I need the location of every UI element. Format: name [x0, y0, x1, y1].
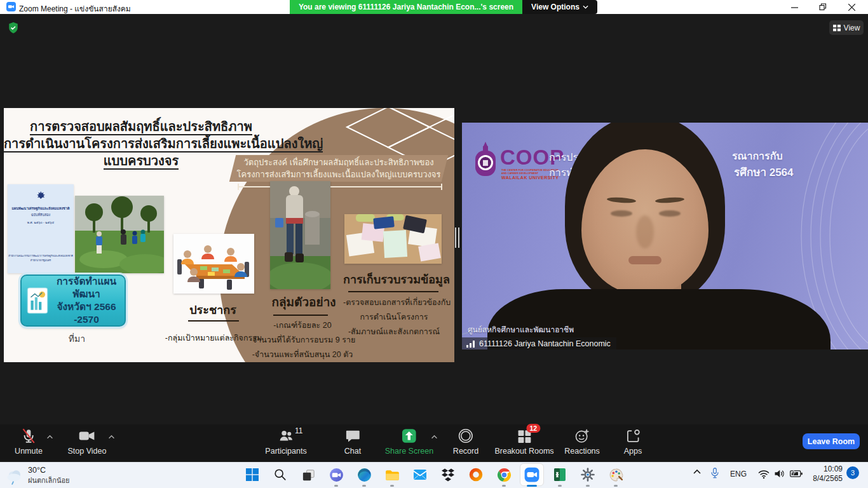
zoom-app-icon	[6, 2, 16, 11]
edge-browser-icon[interactable]	[353, 464, 375, 485]
window-title: Zoom Meeting - แข่งขันสายสังคม	[19, 3, 131, 15]
panel-divider-handle[interactable]	[455, 227, 460, 248]
chat-button[interactable]: Chat	[344, 428, 361, 456]
paint-icon[interactable]	[605, 464, 627, 485]
document-chart-icon	[27, 287, 48, 314]
signal-bars-icon	[466, 340, 475, 348]
record-button[interactable]: Record	[453, 428, 478, 456]
participants-button[interactable]: 11 Participants	[265, 428, 306, 456]
zoom-taskbar-icon[interactable]	[521, 464, 543, 485]
banner-thai-right-2: รศึกษา 2564	[734, 163, 794, 180]
start-button[interactable]	[241, 464, 263, 485]
video-options-caret[interactable]	[108, 430, 115, 442]
population-title: ประชากร	[181, 301, 245, 319]
file-explorer-icon[interactable]	[381, 464, 403, 485]
zoom-meeting-window: Zoom Meeting - แข่งขันสายสังคม You are v…	[0, 0, 868, 488]
leave-room-button[interactable]: Leave Room	[803, 433, 860, 449]
share-screen-icon	[401, 428, 417, 444]
close-button[interactable]	[842, 0, 861, 14]
tray-speaker-icon[interactable]	[773, 468, 785, 479]
source-label: ที่มา	[42, 332, 112, 346]
breakout-rooms-icon: 12	[516, 428, 532, 444]
plan-development-box: การจัดทำแผนพัฒนา จังหวัดฯ 2566 -2570	[20, 274, 126, 327]
zoom-active-indicator	[527, 485, 537, 487]
participant-name-tag: 61111126 Jariya Nantachin Economic	[462, 337, 616, 349]
microphone-muted-icon	[20, 428, 37, 444]
plan-box-text: การจัดทำแผนพัฒนา จังหวัดฯ 2566 -2570	[53, 275, 119, 326]
tray-wifi-icon[interactable]	[757, 469, 770, 479]
weather-desc: ฝนตกเล็กน้อย	[28, 475, 70, 486]
security-shield-icon[interactable]	[8, 22, 19, 37]
tray-date: 8/4/2565	[802, 474, 843, 484]
participants-icon: 11	[278, 428, 294, 444]
grid-icon	[833, 24, 841, 32]
reactions-button[interactable]: Reactions	[564, 428, 600, 456]
chrome-icon[interactable]	[493, 464, 515, 485]
share-options-caret[interactable]	[431, 430, 438, 442]
title-bar: Zoom Meeting - แข่งขันสายสังคม You are v…	[0, 0, 868, 14]
settings-gear-icon[interactable]	[577, 464, 599, 485]
record-icon	[458, 428, 474, 444]
reactions-smiley-icon	[574, 428, 590, 444]
view-layout-button[interactable]: View	[829, 20, 864, 35]
task-view-icon[interactable]	[297, 464, 319, 485]
tray-microphone-icon[interactable]	[709, 466, 721, 481]
plan-document-cover: แผนพัฒนาเศรษฐกิจและสังคมแห่งชาติ ฉบับที่…	[8, 184, 74, 273]
breakout-rooms-badge: 12	[526, 424, 540, 433]
objective-text: วัตถุประสงค์ เพื่อศึกษาผลสัมฤทธิ์และประส…	[234, 156, 444, 180]
breakout-rooms-button[interactable]: 12 Breakout Rooms	[494, 428, 553, 456]
chat-bubble-icon	[345, 428, 361, 444]
weather-temp: 30°C	[28, 466, 70, 475]
weather-widget[interactable]: 30°C ฝนตกเล็กน้อย	[5, 466, 70, 486]
restore-button[interactable]	[813, 0, 832, 14]
teams-chat-icon[interactable]	[325, 464, 347, 485]
banner-thai-right-1: รณาการกับ	[732, 148, 783, 164]
participant-video: COOP THE CENTER FOR COOPERATIVE EDUCATIO…	[462, 123, 868, 349]
chevron-down-icon	[583, 5, 588, 9]
tray-language-indicator[interactable]: ENG	[730, 470, 747, 478]
tray-chevron-up-icon[interactable]	[693, 468, 702, 475]
shared-screen-slide: การตรวจสอบผลสัมฤทธิ์และประสิทธิภาพ การดำ…	[4, 108, 454, 362]
collection-title: การเก็บรวบรวมข้อมูล	[343, 270, 445, 288]
notification-count-badge[interactable]: 3	[846, 466, 859, 479]
minimize-button[interactable]	[785, 0, 804, 14]
share-screen-button[interactable]: Share Screen	[385, 428, 433, 456]
mail-icon[interactable]	[409, 464, 431, 485]
tray-clock[interactable]: 10:09 8/4/2565	[802, 464, 843, 484]
weather-rain-icon	[5, 467, 23, 485]
meeting-canvas: View การตรวจสอบผลสัมฤทธิ์และประสิทธิภาพ …	[0, 14, 868, 424]
apps-icon	[625, 428, 641, 444]
sample-title: กลุ่มตัวอย่าง	[268, 292, 339, 311]
tray-time: 10:09	[802, 464, 843, 474]
sample-group-photo	[270, 181, 330, 289]
taskbar-search-icon[interactable]	[269, 464, 291, 485]
video-overlay-text: ศูนย์สหกิจศึกษาและพัฒนาอาชีพ	[468, 323, 574, 336]
measure-line	[238, 184, 442, 190]
participants-count: 11	[295, 426, 302, 435]
excel-icon[interactable]	[549, 464, 571, 485]
office-icon[interactable]	[465, 464, 487, 485]
garuda-emblem-icon	[34, 189, 47, 203]
unmute-button[interactable]: Unmute	[15, 428, 43, 456]
walailak-emblem-icon	[473, 142, 498, 180]
audio-options-caret[interactable]	[46, 430, 53, 442]
dropbox-icon[interactable]	[437, 464, 459, 485]
population-illustration	[173, 234, 254, 294]
view-options-button[interactable]: View Options	[522, 0, 597, 14]
viewing-banner: You are viewing 61111126 Jariya Nantachi…	[290, 0, 522, 14]
tray-battery-charging-icon[interactable]	[789, 469, 803, 478]
apps-button[interactable]: Apps	[624, 428, 642, 456]
video-camera-icon	[78, 428, 96, 444]
stop-video-button[interactable]: Stop Video	[68, 428, 107, 456]
field-visit-photo	[75, 196, 164, 273]
data-collection-photo	[344, 214, 442, 264]
